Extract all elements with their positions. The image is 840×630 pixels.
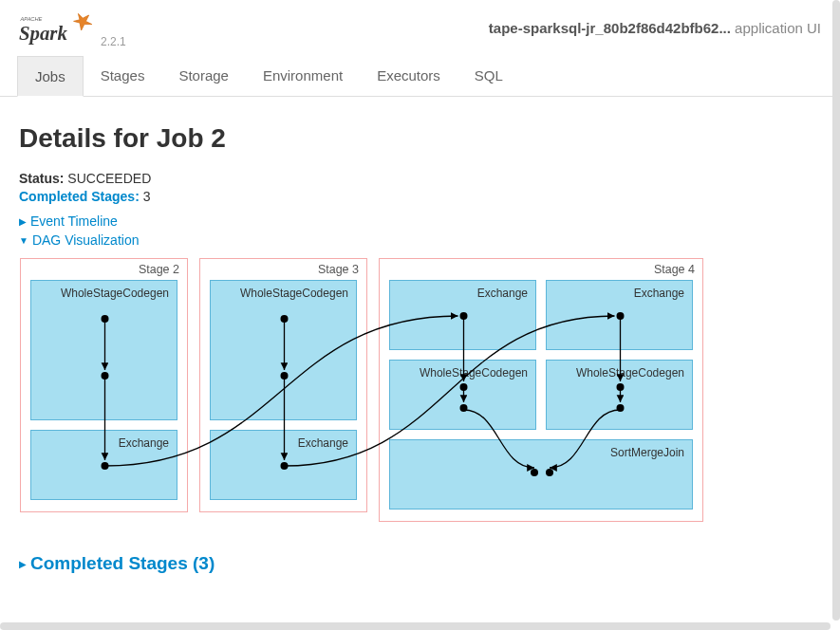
dag-node-label: Exchange xyxy=(119,436,169,450)
stage-box[interactable]: Stage 2WholeStageCodegenExchange xyxy=(20,258,188,512)
stage-label: Stage 2 xyxy=(139,263,179,276)
app-suffix: application UI xyxy=(735,20,821,36)
stage-column: WholeStageCodegenExchange xyxy=(30,280,177,500)
dag-node[interactable]: Exchange xyxy=(389,280,536,350)
svg-text:Spark: Spark xyxy=(19,22,67,45)
event-timeline-toggle[interactable]: ▶ Event Timeline xyxy=(19,213,821,229)
stage-columns: WholeStageCodegenExchange xyxy=(210,280,357,500)
stage-label: Stage 4 xyxy=(654,263,695,276)
dag-node[interactable]: WholeStageCodegen xyxy=(546,360,693,430)
completed-value: 3 xyxy=(143,189,151,204)
vertical-scrollbar[interactable] xyxy=(832,0,840,593)
status-value: SUCCEEDED xyxy=(67,171,151,186)
dag-node[interactable]: WholeStageCodegen xyxy=(30,280,177,420)
dag-node[interactable]: SortMergeJoin xyxy=(389,439,693,510)
dag-node-label: SortMergeJoin xyxy=(610,446,684,459)
stage-box[interactable]: Stage 4ExchangeWholeStageCodegenExchange… xyxy=(379,258,703,522)
dag-node[interactable]: WholeStageCodegen xyxy=(389,360,536,430)
tab-environment[interactable]: Environment xyxy=(246,56,360,96)
status-row: Status: SUCCEEDED xyxy=(19,171,821,186)
caret-right-icon: ▶ xyxy=(19,216,27,227)
stage-box[interactable]: Stage 3WholeStageCodegenExchange xyxy=(199,258,367,512)
content: Details for Job 2 Status: SUCCEEDED Comp… xyxy=(0,97,840,593)
completed-stages-toggle[interactable]: ▶ Completed Stages (3) xyxy=(19,553,821,574)
completed-heading: Completed Stages (3) xyxy=(30,553,215,574)
app-name: tape-sparksql-jr_80b2f86d42bfb62... xyxy=(489,20,731,36)
status-label: Status: xyxy=(19,171,64,186)
tab-storage[interactable]: Storage xyxy=(161,56,246,96)
stage-column: ExchangeWholeStageCodegen xyxy=(389,280,536,430)
dag-node[interactable]: WholeStageCodegen xyxy=(210,280,357,420)
dag-node-label: WholeStageCodegen xyxy=(240,287,348,300)
completed-stages-link[interactable]: Completed Stages: xyxy=(19,189,140,204)
caret-down-icon: ▼ xyxy=(19,235,28,246)
stage-columns: ExchangeWholeStageCodegenExchangeWholeSt… xyxy=(389,280,693,430)
page-title: Details for Job 2 xyxy=(19,123,821,154)
dag-node-label: WholeStageCodegen xyxy=(420,366,528,380)
dag-node-label: Exchange xyxy=(634,287,684,300)
stage-label: Stage 3 xyxy=(318,263,359,276)
stage-column: WholeStageCodegenExchange xyxy=(210,280,357,500)
dag-node[interactable]: Exchange xyxy=(546,280,693,350)
dag-visualization: Stage 2WholeStageCodegenExchangeStage 3W… xyxy=(19,251,821,528)
spark-logo-icon: APACHE Spark xyxy=(19,8,95,46)
dag-viz-label: DAG Visualization xyxy=(32,232,140,248)
tab-jobs[interactable]: Jobs xyxy=(17,56,84,97)
dag-node[interactable]: Exchange xyxy=(210,430,357,500)
stage-columns: WholeStageCodegenExchange xyxy=(30,280,177,500)
logo-area: APACHE Spark 2.2.1 xyxy=(19,8,126,48)
event-timeline-label: Event Timeline xyxy=(30,213,118,229)
dag-container: Stage 2WholeStageCodegenExchangeStage 3W… xyxy=(20,258,820,522)
tab-sql[interactable]: SQL xyxy=(457,56,520,96)
header: APACHE Spark 2.2.1 tape-sparksql-jr_80b2… xyxy=(0,0,840,48)
dag-node-label: WholeStageCodegen xyxy=(61,287,169,300)
tab-executors[interactable]: Executors xyxy=(360,56,457,96)
version-label: 2.2.1 xyxy=(101,35,126,48)
summary-list: Status: SUCCEEDED Completed Stages: 3 xyxy=(19,171,821,204)
dag-node-label: Exchange xyxy=(477,287,528,300)
dag-visualization-toggle[interactable]: ▼ DAG Visualization xyxy=(19,232,821,248)
dag-node[interactable]: Exchange xyxy=(30,430,177,500)
completed-row: Completed Stages: 3 xyxy=(19,189,821,204)
stage-column: ExchangeWholeStageCodegen xyxy=(546,280,693,430)
caret-right-icon: ▶ xyxy=(19,559,27,569)
tab-stages[interactable]: Stages xyxy=(84,56,162,96)
nav-tabs: JobsStagesStorageEnvironmentExecutorsSQL xyxy=(0,56,840,97)
app-title: tape-sparksql-jr_80b2f86d42bfb62... appl… xyxy=(489,20,821,36)
dag-node-label: Exchange xyxy=(298,436,348,450)
dag-node-label: WholeStageCodegen xyxy=(576,366,684,380)
